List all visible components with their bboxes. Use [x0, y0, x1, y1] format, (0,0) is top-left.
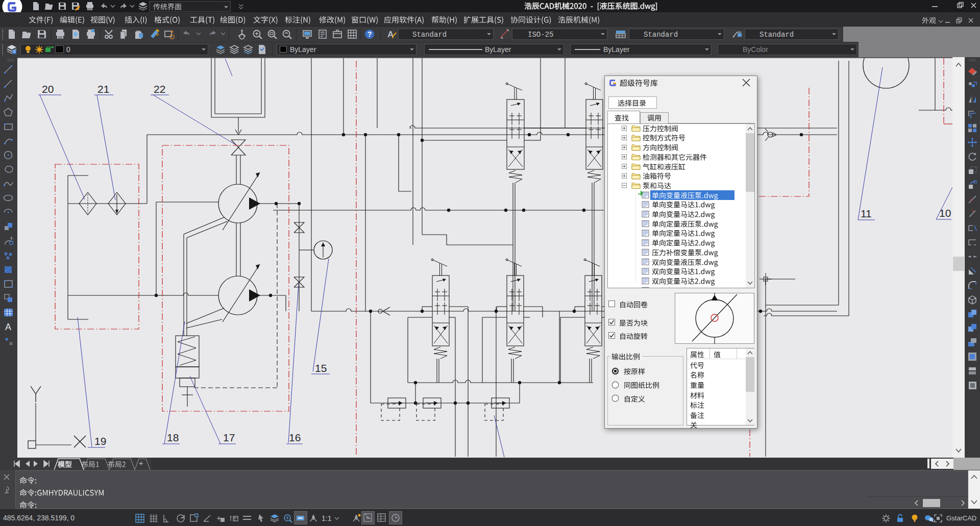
- svg-text:A: A: [5, 322, 11, 332]
